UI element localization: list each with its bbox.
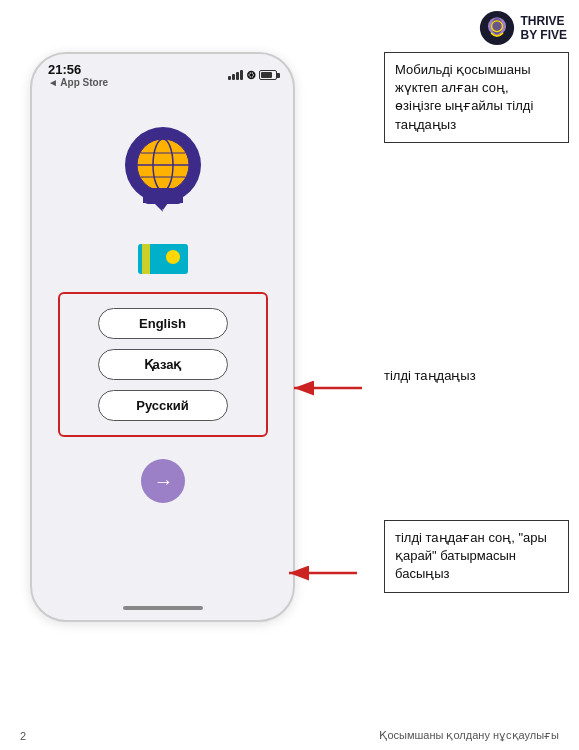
annotation-next-text: тілді таңдаған соң, "ары қарай" батырмас… bbox=[395, 530, 547, 581]
language-btn-russian[interactable]: Русский bbox=[98, 390, 228, 421]
phone-content: English Қазақ Русский → bbox=[32, 92, 293, 523]
globe-icon bbox=[113, 120, 213, 220]
kz-flag bbox=[138, 244, 188, 274]
battery-icon bbox=[259, 70, 277, 80]
language-arrow-svg bbox=[290, 378, 365, 398]
home-bar bbox=[123, 606, 203, 610]
logo-area: THRIVE BY FIVE bbox=[479, 10, 567, 46]
footer-page-title: Қосымшаны қолдану нұсқаулығы bbox=[379, 729, 559, 742]
back-link: ◄ App Store bbox=[48, 77, 108, 88]
status-right: ⊛ bbox=[228, 68, 277, 82]
globe-icon-area bbox=[113, 120, 213, 224]
wifi-icon: ⊛ bbox=[246, 68, 256, 82]
signal-bars bbox=[228, 70, 243, 80]
kz-flag-ornament bbox=[142, 244, 150, 274]
language-btn-kazakh[interactable]: Қазақ bbox=[98, 349, 228, 380]
instruction-top-box: Мобильді қосымшаны жүктеп алған соң, өзі… bbox=[384, 52, 569, 143]
status-bar: 21:56 ◄ App Store ⊛ bbox=[32, 54, 293, 92]
next-button[interactable]: → bbox=[141, 459, 185, 503]
kz-flag-sun bbox=[166, 250, 180, 264]
logo-text: THRIVE BY FIVE bbox=[521, 14, 567, 43]
next-arrow-icon: → bbox=[154, 470, 174, 493]
phone-mockup: 21:56 ◄ App Store ⊛ bbox=[30, 52, 295, 622]
footer: 2 Қосымшаны қолдану нұсқаулығы bbox=[0, 729, 579, 742]
next-arrow-svg bbox=[285, 563, 360, 583]
language-btn-english[interactable]: English bbox=[98, 308, 228, 339]
status-time: 21:56 bbox=[48, 62, 108, 77]
annotation-language-text: тілді таңдаңыз bbox=[384, 368, 569, 383]
status-left: 21:56 ◄ App Store bbox=[48, 62, 108, 88]
instruction-top-text: Мобильді қосымшаны жүктеп алған соң, өзі… bbox=[395, 62, 533, 132]
annotation-next-box: тілді таңдаған соң, "ары қарай" батырмас… bbox=[384, 520, 569, 593]
language-selection-box: English Қазақ Русский bbox=[58, 292, 268, 437]
svg-rect-12 bbox=[143, 188, 183, 204]
footer-page-number: 2 bbox=[20, 730, 26, 742]
thrive-logo-icon bbox=[479, 10, 515, 46]
